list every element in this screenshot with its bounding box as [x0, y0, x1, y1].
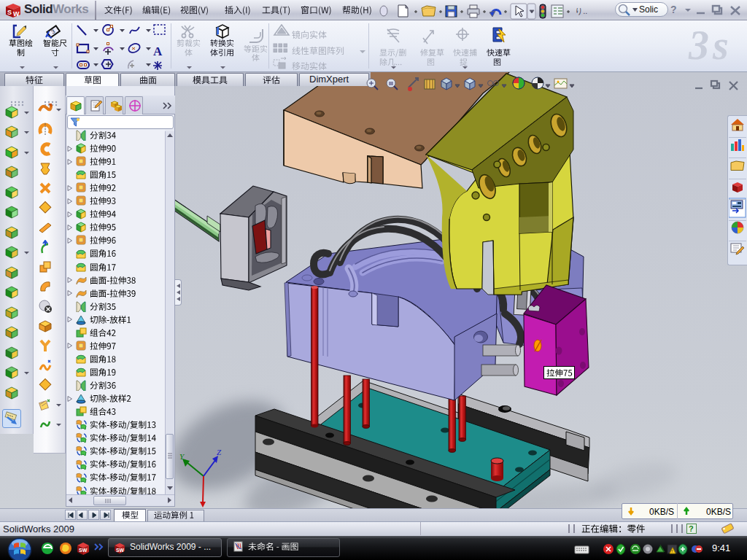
svg-text:Z: Z [217, 448, 222, 456]
svg-text:SW: SW [116, 548, 125, 553]
svg-text:SW: SW [79, 548, 88, 553]
